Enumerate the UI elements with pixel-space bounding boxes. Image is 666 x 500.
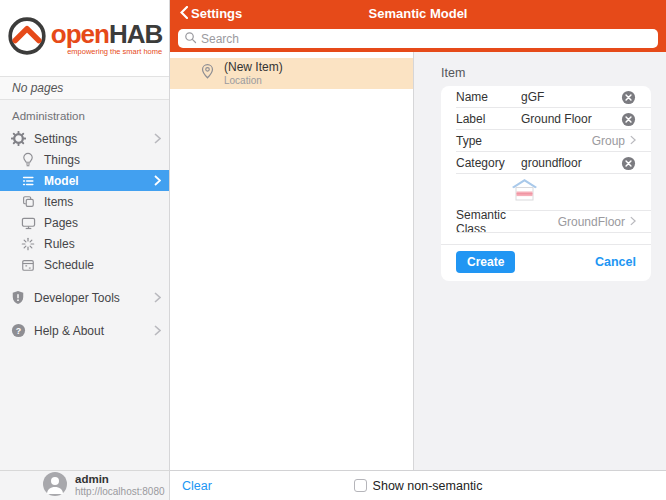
sidebar-item-label: Pages — [44, 216, 161, 230]
item-details-panel: Item Name Label — [414, 52, 666, 470]
sidebar-item-things[interactable]: Things — [0, 149, 169, 170]
server-url: http://localhost:8080 — [75, 486, 165, 498]
chevron-right-icon — [154, 133, 161, 144]
sidebar-item-label: Settings — [34, 132, 146, 146]
type-field-label: Type — [456, 134, 521, 148]
semantic-class-label: Semantic Class — [456, 208, 521, 236]
type-select-row[interactable]: Type Group — [441, 130, 651, 152]
no-pages-label: No pages — [0, 77, 169, 100]
clear-category-icon[interactable] — [621, 156, 636, 171]
sidebar-item-label: Things — [44, 153, 161, 167]
svg-text:?: ? — [15, 326, 20, 336]
model-tree-icon — [20, 173, 36, 189]
category-field-label: Category — [456, 156, 521, 170]
back-button-settings[interactable]: Settings — [180, 6, 242, 22]
items-copy-icon — [20, 194, 36, 210]
groundfloor-house-icon — [511, 187, 538, 204]
clear-button[interactable]: Clear — [182, 479, 212, 493]
chevron-right-icon — [154, 325, 161, 336]
chevron-right-icon — [154, 292, 161, 303]
category-icon-preview — [441, 174, 651, 211]
label-field-row: Label — [441, 108, 651, 130]
search-input[interactable] — [201, 32, 652, 46]
search-bar[interactable] — [178, 29, 658, 48]
show-non-semantic-toggle: Show non-semantic — [354, 479, 483, 493]
question-circle-icon: ? — [10, 323, 26, 339]
search-icon — [184, 30, 197, 48]
brand-tagline: empowering the smart home — [51, 48, 162, 56]
cancel-button[interactable]: Cancel — [595, 255, 636, 269]
sidebar-item-help-about[interactable]: ? Help & About — [0, 320, 169, 341]
category-field-row: Category — [441, 152, 651, 174]
sidebar-item-label: Developer Tools — [34, 291, 146, 305]
sidebar-item-label: Items — [44, 195, 161, 209]
openhab-admin-app: openHAB empowering the smart home No pag… — [0, 0, 666, 500]
item-form-card: Name Label — [441, 86, 651, 281]
semantic-class-value: GroundFloor — [558, 215, 625, 229]
sidebar-item-items[interactable]: Items — [0, 191, 169, 212]
sidebar-item-label: Schedule — [44, 258, 161, 272]
administration-section-label: Administration — [12, 110, 169, 122]
sidebar-secondary-menu: Developer Tools ? Help & About — [0, 275, 169, 341]
name-field-label: Name — [456, 90, 521, 104]
sidebar: openHAB empowering the smart home No pag… — [0, 0, 170, 500]
sidebar-item-rules[interactable]: Rules — [0, 233, 169, 254]
chevron-right-icon — [154, 175, 161, 186]
form-footer-divider — [441, 233, 651, 245]
tree-item-subtitle: Location — [224, 75, 283, 87]
name-field-row: Name — [441, 86, 651, 108]
form-actions: Create Cancel — [441, 245, 651, 281]
sparkle-rules-icon — [20, 236, 36, 252]
developer-tools-shield-icon — [10, 290, 26, 306]
page-title: Semantic Model — [170, 0, 666, 27]
sidebar-item-label: Help & About — [34, 324, 146, 338]
category-input[interactable] — [521, 156, 621, 170]
gear-icon — [10, 131, 26, 147]
sidebar-item-settings[interactable]: Settings — [0, 128, 169, 149]
display-icon — [20, 215, 36, 231]
user-account[interactable]: admin http://localhost:8080 — [0, 470, 169, 500]
type-value: Group — [592, 134, 625, 148]
sidebar-item-developer-tools[interactable]: Developer Tools — [0, 287, 169, 308]
tree-item-new-item[interactable]: (New Item) Location — [170, 58, 413, 89]
back-button-label: Settings — [191, 6, 242, 21]
calendar-icon — [20, 257, 36, 273]
sidebar-item-model[interactable]: Model — [0, 170, 169, 191]
name-input[interactable] — [521, 90, 621, 104]
chevron-right-icon — [630, 134, 636, 148]
brand-name: openHAB — [51, 21, 162, 47]
clear-label-icon[interactable] — [621, 112, 636, 127]
location-pin-icon — [200, 63, 215, 84]
sidebar-item-pages[interactable]: Pages — [0, 212, 169, 233]
sidebar-menu: Settings Things — [0, 128, 169, 275]
sidebar-item-schedule[interactable]: Schedule — [0, 254, 169, 275]
chevron-right-icon — [630, 215, 636, 229]
clear-name-icon[interactable] — [621, 90, 636, 105]
tree-item-title: (New Item) — [224, 60, 283, 74]
lightbulb-icon — [20, 152, 36, 168]
avatar — [43, 472, 67, 500]
openhab-logo: openHAB empowering the smart home — [0, 0, 169, 77]
create-button[interactable]: Create — [456, 251, 515, 273]
semantic-class-select-row[interactable]: Semantic Class GroundFloor — [441, 211, 651, 233]
model-tree-panel: (New Item) Location — [170, 52, 414, 470]
show-non-semantic-label: Show non-semantic — [373, 479, 483, 493]
label-input[interactable] — [521, 112, 621, 126]
show-non-semantic-checkbox[interactable] — [354, 479, 367, 492]
navbar: Settings Semantic Model — [170, 0, 666, 52]
username: admin — [75, 473, 165, 486]
bottom-toolbar: Clear Show non-semantic — [170, 470, 666, 500]
item-panel-title: Item — [441, 66, 666, 80]
sidebar-item-label: Model — [44, 174, 146, 188]
sidebar-item-label: Rules — [44, 237, 161, 251]
openhab-logo-icon — [7, 16, 47, 60]
chevron-left-icon — [180, 6, 188, 22]
label-field-label: Label — [456, 112, 521, 126]
